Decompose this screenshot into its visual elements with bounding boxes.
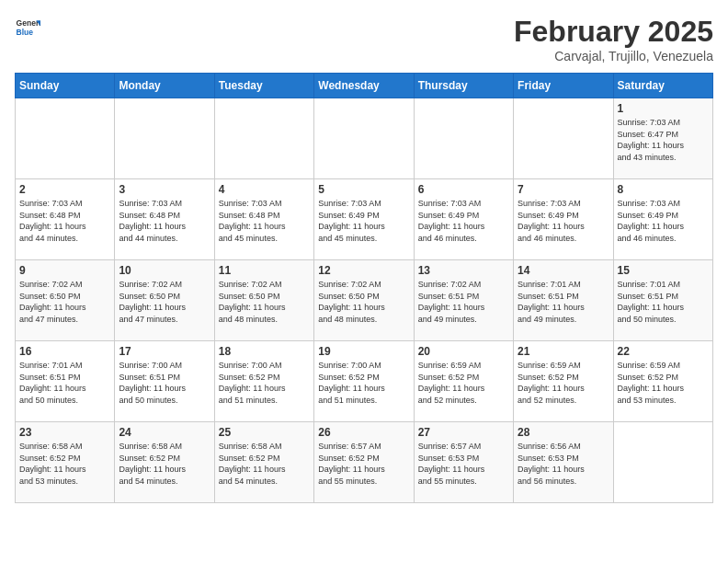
day-number: 19 [318, 345, 409, 358]
day-cell [414, 98, 513, 179]
day-cell: 3Sunrise: 7:03 AM Sunset: 6:48 PM Daylig… [115, 179, 214, 260]
day-number: 15 [618, 264, 709, 277]
day-number: 23 [19, 426, 110, 439]
day-cell [214, 98, 313, 179]
day-cell: 5Sunrise: 7:03 AM Sunset: 6:49 PM Daylig… [314, 179, 414, 260]
day-cell: 16Sunrise: 7:01 AM Sunset: 6:51 PM Dayli… [16, 341, 115, 422]
col-header-sunday: Sunday [16, 74, 115, 98]
day-cell: 23Sunrise: 6:58 AM Sunset: 6:52 PM Dayli… [16, 422, 115, 503]
day-number: 10 [119, 264, 210, 277]
day-cell: 24Sunrise: 6:58 AM Sunset: 6:52 PM Dayli… [115, 422, 214, 503]
week-row-5: 23Sunrise: 6:58 AM Sunset: 6:52 PM Dayli… [16, 422, 713, 503]
day-info: Sunrise: 6:59 AM Sunset: 6:52 PM Dayligh… [618, 360, 709, 406]
day-number: 16 [19, 345, 110, 358]
day-cell: 19Sunrise: 7:00 AM Sunset: 6:52 PM Dayli… [314, 341, 414, 422]
day-info: Sunrise: 7:03 AM Sunset: 6:48 PM Dayligh… [19, 198, 110, 244]
day-cell: 1Sunrise: 7:03 AM Sunset: 6:47 PM Daylig… [613, 98, 712, 179]
day-cell: 15Sunrise: 7:01 AM Sunset: 6:51 PM Dayli… [613, 260, 712, 341]
day-number: 28 [518, 426, 609, 439]
day-number: 2 [19, 183, 110, 196]
day-number: 8 [618, 183, 709, 196]
day-info: Sunrise: 6:58 AM Sunset: 6:52 PM Dayligh… [119, 441, 210, 487]
day-number: 11 [219, 264, 310, 277]
day-cell: 10Sunrise: 7:02 AM Sunset: 6:50 PM Dayli… [115, 260, 214, 341]
day-cell: 8Sunrise: 7:03 AM Sunset: 6:49 PM Daylig… [613, 179, 712, 260]
logo-icon: General Blue [15, 15, 40, 40]
day-number: 4 [219, 183, 310, 196]
day-cell [314, 98, 414, 179]
day-cell: 13Sunrise: 7:02 AM Sunset: 6:51 PM Dayli… [414, 260, 513, 341]
day-info: Sunrise: 7:00 AM Sunset: 6:51 PM Dayligh… [119, 360, 210, 406]
day-number: 1 [618, 102, 709, 115]
day-info: Sunrise: 6:56 AM Sunset: 6:53 PM Dayligh… [518, 441, 609, 487]
day-cell: 12Sunrise: 7:02 AM Sunset: 6:50 PM Dayli… [314, 260, 414, 341]
day-cell: 21Sunrise: 6:59 AM Sunset: 6:52 PM Dayli… [514, 341, 613, 422]
day-cell: 2Sunrise: 7:03 AM Sunset: 6:48 PM Daylig… [16, 179, 115, 260]
day-cell: 7Sunrise: 7:03 AM Sunset: 6:49 PM Daylig… [514, 179, 613, 260]
page-header: General Blue February 2025 Carvajal, Tru… [15, 15, 713, 63]
day-cell: 28Sunrise: 6:56 AM Sunset: 6:53 PM Dayli… [514, 422, 613, 503]
day-cell: 11Sunrise: 7:02 AM Sunset: 6:50 PM Dayli… [214, 260, 313, 341]
day-info: Sunrise: 7:03 AM Sunset: 6:49 PM Dayligh… [318, 198, 409, 244]
day-cell: 26Sunrise: 6:57 AM Sunset: 6:52 PM Dayli… [314, 422, 414, 503]
calendar-table: SundayMondayTuesdayWednesdayThursdayFrid… [15, 73, 713, 503]
day-info: Sunrise: 7:02 AM Sunset: 6:50 PM Dayligh… [219, 279, 310, 325]
week-row-2: 2Sunrise: 7:03 AM Sunset: 6:48 PM Daylig… [16, 179, 713, 260]
col-header-tuesday: Tuesday [214, 74, 313, 98]
day-cell: 9Sunrise: 7:02 AM Sunset: 6:50 PM Daylig… [16, 260, 115, 341]
day-info: Sunrise: 7:00 AM Sunset: 6:52 PM Dayligh… [318, 360, 409, 406]
day-cell: 27Sunrise: 6:57 AM Sunset: 6:53 PM Dayli… [414, 422, 513, 503]
week-row-3: 9Sunrise: 7:02 AM Sunset: 6:50 PM Daylig… [16, 260, 713, 341]
day-cell: 25Sunrise: 6:58 AM Sunset: 6:52 PM Dayli… [214, 422, 313, 503]
day-number: 18 [219, 345, 310, 358]
calendar-header-row: SundayMondayTuesdayWednesdayThursdayFrid… [16, 74, 713, 98]
day-number: 21 [518, 345, 609, 358]
day-number: 5 [318, 183, 409, 196]
day-info: Sunrise: 6:59 AM Sunset: 6:52 PM Dayligh… [518, 360, 609, 406]
day-info: Sunrise: 7:02 AM Sunset: 6:51 PM Dayligh… [418, 279, 509, 325]
col-header-wednesday: Wednesday [314, 74, 414, 98]
day-info: Sunrise: 7:03 AM Sunset: 6:49 PM Dayligh… [418, 198, 509, 244]
day-info: Sunrise: 6:57 AM Sunset: 6:52 PM Dayligh… [318, 441, 409, 487]
day-info: Sunrise: 7:01 AM Sunset: 6:51 PM Dayligh… [618, 279, 709, 325]
day-number: 3 [119, 183, 210, 196]
title-block: February 2025 Carvajal, Trujillo, Venezu… [514, 15, 713, 63]
day-number: 13 [418, 264, 509, 277]
day-info: Sunrise: 7:02 AM Sunset: 6:50 PM Dayligh… [19, 279, 110, 325]
day-cell: 20Sunrise: 6:59 AM Sunset: 6:52 PM Dayli… [414, 341, 513, 422]
day-cell: 4Sunrise: 7:03 AM Sunset: 6:48 PM Daylig… [214, 179, 313, 260]
day-number: 25 [219, 426, 310, 439]
day-info: Sunrise: 6:59 AM Sunset: 6:52 PM Dayligh… [418, 360, 509, 406]
day-number: 17 [119, 345, 210, 358]
day-info: Sunrise: 7:00 AM Sunset: 6:52 PM Dayligh… [219, 360, 310, 406]
week-row-4: 16Sunrise: 7:01 AM Sunset: 6:51 PM Dayli… [16, 341, 713, 422]
day-info: Sunrise: 7:01 AM Sunset: 6:51 PM Dayligh… [19, 360, 110, 406]
day-number: 24 [119, 426, 210, 439]
day-number: 22 [618, 345, 709, 358]
day-number: 9 [19, 264, 110, 277]
day-info: Sunrise: 7:03 AM Sunset: 6:49 PM Dayligh… [518, 198, 609, 244]
month-year-title: February 2025 [514, 15, 713, 49]
col-header-thursday: Thursday [414, 74, 513, 98]
day-number: 12 [318, 264, 409, 277]
week-row-1: 1Sunrise: 7:03 AM Sunset: 6:47 PM Daylig… [16, 98, 713, 179]
day-info: Sunrise: 7:02 AM Sunset: 6:50 PM Dayligh… [119, 279, 210, 325]
day-cell: 14Sunrise: 7:01 AM Sunset: 6:51 PM Dayli… [514, 260, 613, 341]
day-info: Sunrise: 6:58 AM Sunset: 6:52 PM Dayligh… [219, 441, 310, 487]
day-number: 14 [518, 264, 609, 277]
day-info: Sunrise: 7:03 AM Sunset: 6:48 PM Dayligh… [119, 198, 210, 244]
day-info: Sunrise: 7:03 AM Sunset: 6:47 PM Dayligh… [618, 117, 709, 163]
day-number: 26 [318, 426, 409, 439]
day-cell [613, 422, 712, 503]
col-header-friday: Friday [514, 74, 613, 98]
col-header-monday: Monday [115, 74, 214, 98]
col-header-saturday: Saturday [613, 74, 712, 98]
logo: General Blue [15, 15, 40, 40]
day-cell [514, 98, 613, 179]
day-cell: 18Sunrise: 7:00 AM Sunset: 6:52 PM Dayli… [214, 341, 313, 422]
day-cell [115, 98, 214, 179]
day-number: 7 [518, 183, 609, 196]
day-cell: 17Sunrise: 7:00 AM Sunset: 6:51 PM Dayli… [115, 341, 214, 422]
day-cell [16, 98, 115, 179]
day-info: Sunrise: 7:02 AM Sunset: 6:50 PM Dayligh… [318, 279, 409, 325]
